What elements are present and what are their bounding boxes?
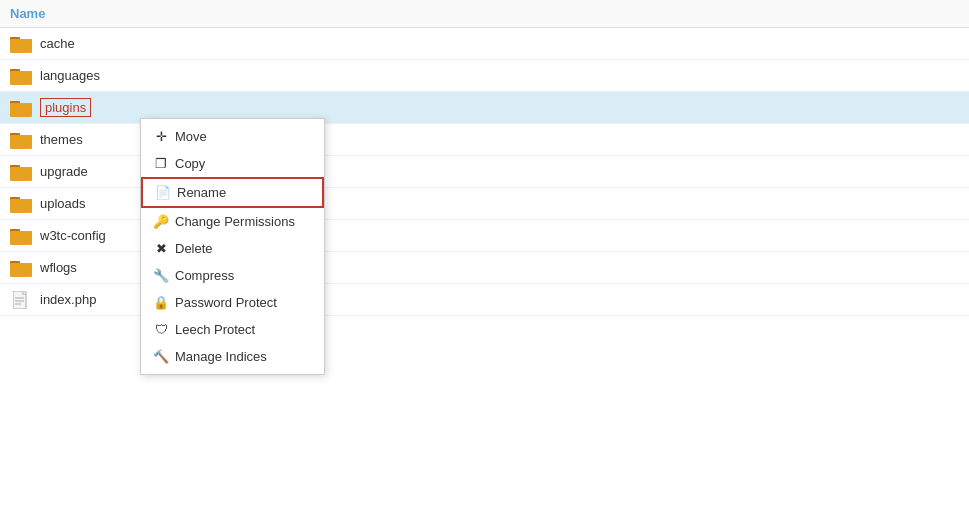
menu-item-copy[interactable]: ❐Copy [141, 150, 324, 177]
menu-item-delete[interactable]: ✖Delete [141, 235, 324, 262]
folder-icon [10, 195, 32, 213]
menu-label-rename: Rename [177, 185, 226, 200]
copy-icon: ❐ [153, 156, 169, 171]
menu-label-leech-protect: Leech Protect [175, 322, 255, 337]
change-permissions-icon: 🔑 [153, 214, 169, 229]
menu-item-rename[interactable]: 📄Rename [141, 177, 324, 208]
folder-icon [10, 35, 32, 53]
table-header: Name [0, 0, 969, 28]
file-name-wflogs: wflogs [40, 260, 77, 275]
folder-icon [10, 259, 32, 277]
file-name-plugins: plugins [40, 98, 91, 117]
svg-rect-23 [10, 263, 32, 276]
menu-label-move: Move [175, 129, 207, 144]
menu-label-change-permissions: Change Permissions [175, 214, 295, 229]
menu-label-password-protect: Password Protect [175, 295, 277, 310]
file-icon [10, 291, 32, 309]
menu-item-leech-protect[interactable]: 🛡Leech Protect [141, 316, 324, 343]
manage-indices-icon: 🔨 [153, 349, 169, 364]
file-name-themes: themes [40, 132, 83, 147]
file-row-cache[interactable]: cache [0, 28, 969, 60]
folder-icon [10, 163, 32, 181]
menu-item-compress[interactable]: 🔧Compress [141, 262, 324, 289]
delete-icon: ✖ [153, 241, 169, 256]
column-name-header[interactable]: Name [10, 6, 45, 21]
svg-rect-2 [10, 39, 32, 52]
file-manager: Name cache languages plugins themes upgr… [0, 0, 969, 518]
svg-rect-11 [10, 135, 32, 148]
svg-rect-5 [10, 71, 32, 84]
compress-icon: 🔧 [153, 268, 169, 283]
menu-item-password-protect[interactable]: 🔒Password Protect [141, 289, 324, 316]
file-name-upgrade: upgrade [40, 164, 88, 179]
menu-label-compress: Compress [175, 268, 234, 283]
folder-icon [10, 99, 32, 117]
file-row-languages[interactable]: languages [0, 60, 969, 92]
menu-item-change-permissions[interactable]: 🔑Change Permissions [141, 208, 324, 235]
menu-label-copy: Copy [175, 156, 205, 171]
password-protect-icon: 🔒 [153, 295, 169, 310]
file-name-w3tc-config: w3tc-config [40, 228, 106, 243]
menu-item-move[interactable]: ✛Move [141, 123, 324, 150]
file-name-index.php: index.php [40, 292, 96, 307]
folder-icon [10, 131, 32, 149]
menu-item-manage-indices[interactable]: 🔨Manage Indices [141, 343, 324, 370]
rename-icon: 📄 [155, 185, 171, 200]
context-menu: ✛Move❐Copy📄Rename🔑Change Permissions✖Del… [140, 118, 325, 375]
folder-icon [10, 67, 32, 85]
svg-rect-20 [10, 231, 32, 244]
menu-label-manage-indices: Manage Indices [175, 349, 267, 364]
svg-rect-17 [10, 199, 32, 212]
menu-label-delete: Delete [175, 241, 213, 256]
leech-protect-icon: 🛡 [153, 322, 169, 337]
svg-rect-8 [10, 103, 32, 116]
folder-icon [10, 227, 32, 245]
svg-rect-14 [10, 167, 32, 180]
file-name-languages: languages [40, 68, 100, 83]
file-name-cache: cache [40, 36, 75, 51]
move-icon: ✛ [153, 129, 169, 144]
file-name-uploads: uploads [40, 196, 86, 211]
